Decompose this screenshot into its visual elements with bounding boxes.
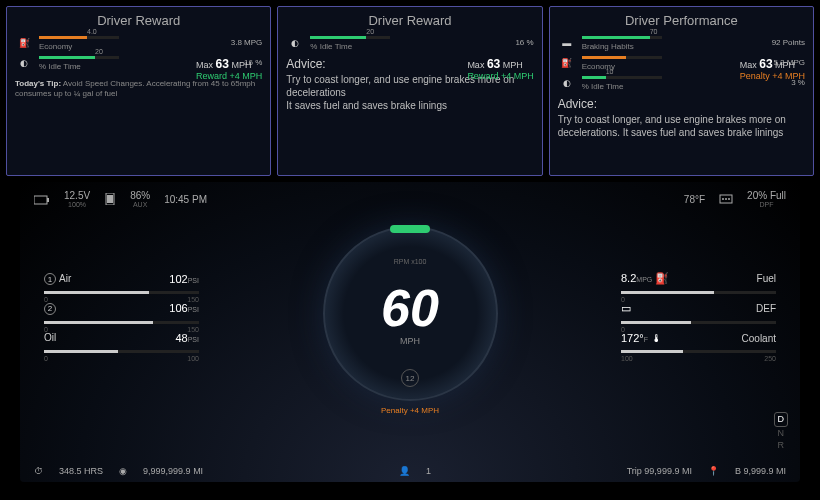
gauge-def: DEF ▭ 0	[621, 302, 776, 324]
penalty-label: Penalty +4 MPH	[381, 406, 439, 415]
metric-economy: ⛽ 4.0 Economy 3.8 MPG	[15, 34, 262, 51]
gear-badge: 12	[401, 369, 419, 387]
def-icon: ▭	[621, 302, 631, 314]
svg-point-7	[728, 198, 730, 200]
svg-rect-1	[47, 198, 49, 202]
bottom-bar: ⏱ 348.5 HRS ◉ 9,999,999.9 MI 👤 1 Trip 99…	[34, 466, 786, 476]
idle-icon: ◐	[15, 56, 33, 70]
gear-indicator: DNR	[774, 412, 789, 452]
fuel-icon: ⛽	[15, 36, 33, 50]
speedometer: RPM x100 60 MPH 12 Penalty +4 MPH	[323, 226, 498, 401]
odometer-icon: ◉	[119, 466, 127, 476]
fuel-icon: ⛽	[655, 272, 669, 284]
aux-pct: 86%	[130, 190, 150, 201]
left-gauges: 1Air 102PSI 0 150 2 106PSI 0 150 Oil 48P…	[44, 267, 199, 361]
clock: 10:45 PM	[164, 194, 207, 205]
reward-summary: Max 63 MPH Penalty +4 MPH	[740, 57, 805, 81]
card-title: Driver Reward	[286, 13, 533, 28]
gauge-fuel: Fuel 8.2MPG ⛽ 0	[621, 272, 776, 294]
reward-summary: Max 63 MPH Reward +4 MPH	[196, 57, 262, 81]
card-title: Driver Performance	[558, 13, 805, 28]
dpf-icon	[719, 193, 733, 205]
battery-icon	[34, 193, 50, 204]
reward-card-0: Driver Reward ⛽ 4.0 Economy 3.8 MPG ◐ 20…	[6, 6, 271, 176]
gauge-②: 2 106PSI 0 150	[44, 302, 199, 324]
gauge-oil: Oil 48PSI 0 100	[44, 332, 199, 353]
aux-icon	[104, 193, 116, 205]
occupant-icon: 👤	[399, 466, 410, 476]
idle-icon: ◐	[286, 36, 304, 50]
reward-summary: Max 63 MPH Reward +4 MPH	[467, 57, 533, 81]
battery-voltage: 12.5V	[64, 190, 90, 201]
location-icon: 📍	[708, 466, 719, 476]
advice-heading: Advice:	[558, 97, 805, 111]
speed-value: 60	[381, 282, 439, 334]
engine-hours-icon: ⏱	[34, 466, 43, 476]
tip-text: Today's Tip: Avoid Speed Changes. Accele…	[15, 79, 262, 100]
idle-icon: ◐	[558, 76, 576, 90]
fuel-icon: ⛽	[558, 56, 576, 70]
svg-rect-3	[107, 195, 113, 203]
gear-current: D	[774, 412, 789, 427]
svg-rect-0	[34, 196, 47, 204]
svg-point-6	[725, 198, 727, 200]
dpf-pct: 20% Full	[747, 190, 786, 201]
gauge-coolant: Coolant 172°F 🌡 100 250	[621, 332, 776, 353]
status-bar: 12.5V100% 86%AUX 10:45 PM 78°F 20% FullD…	[34, 190, 786, 208]
svg-point-5	[722, 198, 724, 200]
reward-card-2: Driver Performance ▬ 70 Braking Habits 9…	[549, 6, 814, 176]
right-gauges: Fuel 8.2MPG ⛽ 0 DEF ▭ 0 Coolant 172°F 🌡 …	[621, 266, 776, 361]
brake-icon: ▬	[558, 36, 576, 50]
outside-temp: 78°F	[684, 194, 705, 205]
advice-text: Try to coast longer, and use engine brak…	[558, 113, 805, 139]
metric-idletime: ◐ 20 % Idle Time 16 %	[286, 34, 533, 51]
card-title: Driver Reward	[15, 13, 262, 28]
coolant-icon: 🌡	[651, 332, 662, 344]
metric-brakinghabits: ▬ 70 Braking Habits 92 Points	[558, 34, 805, 51]
instrument-cluster: 12.5V100% 86%AUX 10:45 PM 78°F 20% FullD…	[20, 182, 800, 482]
reward-card-1: Driver Reward ◐ 20 % Idle Time 16 % Max …	[277, 6, 542, 176]
gauge-air: 1Air 102PSI 0 150	[44, 273, 199, 295]
